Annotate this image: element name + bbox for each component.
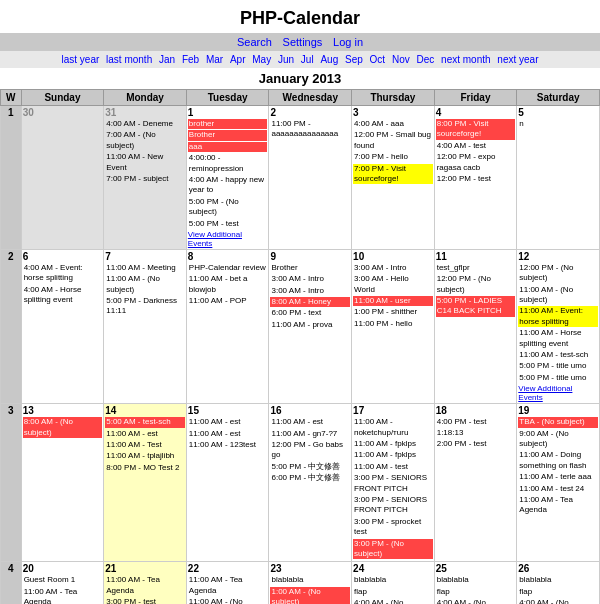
- event[interactable]: 11:00 AM - test: [353, 462, 433, 472]
- jul-link[interactable]: Jul: [301, 54, 314, 65]
- event[interactable]: 5:00 PM - Darkness 11:11: [105, 296, 185, 317]
- event[interactable]: 11:00 AM - Test: [105, 440, 185, 450]
- event[interactable]: 11:00 AM - bet a blowjob: [188, 274, 268, 295]
- event[interactable]: 5:00 PM - LADIES C14 BACK PITCH: [436, 296, 516, 317]
- event[interactable]: 3:00 PM - test: [105, 597, 185, 604]
- event[interactable]: 4:00 AM - (No subject): [436, 598, 516, 604]
- dec-link[interactable]: Dec: [417, 54, 435, 65]
- event[interactable]: 11:00 AM - Doing something on flash: [518, 450, 598, 471]
- event[interactable]: 12:00 PM - Go babs go: [270, 440, 350, 461]
- event[interactable]: 8:00 PM - MO Test 2: [105, 463, 185, 473]
- event[interactable]: 3:00 PM - (No subject): [353, 539, 433, 560]
- event[interactable]: Brother: [188, 130, 268, 140]
- event[interactable]: 11:00 AM - est: [188, 429, 268, 439]
- nov-link[interactable]: Nov: [392, 54, 410, 65]
- event[interactable]: 5:00 PM - test: [188, 219, 268, 229]
- event[interactable]: 1:00 PM - shitther: [353, 307, 433, 317]
- event[interactable]: 3:00 AM - Hello World: [353, 274, 433, 295]
- event[interactable]: 5:00 PM - 中文修善: [270, 462, 350, 472]
- event[interactable]: 8:00 AM - (No subject): [23, 417, 103, 438]
- event[interactable]: blablabla: [436, 575, 516, 585]
- event[interactable]: blablabla: [518, 575, 598, 585]
- event[interactable]: 11:00 AM - tplajlibh: [105, 451, 185, 461]
- event[interactable]: 11:00 AM - (No subject): [518, 285, 598, 306]
- event[interactable]: 11:00 AM - gn7-?7: [270, 429, 350, 439]
- event[interactable]: n: [518, 119, 598, 129]
- event[interactable]: 5:00 PM - title umo: [518, 373, 598, 383]
- feb-link[interactable]: Feb: [182, 54, 199, 65]
- event[interactable]: 8:00 AM - Honey: [270, 297, 350, 307]
- event[interactable]: 12:00 PM - Small bug found: [353, 130, 433, 151]
- event[interactable]: 3:00 PM - SENIORS FRONT PITCH: [353, 473, 433, 494]
- event[interactable]: 11:00 AM - New Event: [105, 152, 185, 173]
- event[interactable]: 3:00 PM - SENIORS FRONT PITCH: [353, 495, 433, 516]
- event[interactable]: 5:00 AM - test-sch: [105, 417, 185, 427]
- event[interactable]: Brother: [270, 263, 350, 273]
- jun-link[interactable]: Jun: [278, 54, 294, 65]
- search-link[interactable]: Search: [237, 36, 272, 48]
- event[interactable]: 12:00 PM - (No subject): [436, 274, 516, 295]
- event[interactable]: 11:00 AM - fpklps: [353, 450, 433, 460]
- event[interactable]: 11:00 AM - terle aaa: [518, 472, 598, 482]
- event[interactable]: flap: [436, 587, 516, 597]
- event[interactable]: 5:00 PM - (No subject): [188, 197, 268, 218]
- event[interactable]: 3:00 AM - Intro: [270, 286, 350, 296]
- apr-link[interactable]: Apr: [230, 54, 246, 65]
- event[interactable]: 1:00 AM - (No subject): [270, 587, 350, 604]
- jan-link[interactable]: Jan: [159, 54, 175, 65]
- event[interactable]: 11:00 AM - est: [105, 429, 185, 439]
- event[interactable]: 12:00 PM - test: [436, 174, 516, 184]
- event[interactable]: 2:00 PM - test: [436, 439, 516, 449]
- event[interactable]: 11:00 AM - Meeting: [105, 263, 185, 273]
- event[interactable]: 4:00 AM - (No subject): [353, 598, 433, 604]
- oct-link[interactable]: Oct: [370, 54, 386, 65]
- next-year-link-top[interactable]: next year: [497, 54, 538, 65]
- event[interactable]: Guest Room 1: [23, 575, 103, 585]
- event[interactable]: 7:00 PM - hello: [353, 152, 433, 162]
- event[interactable]: 11:00 AM - поketchup/тuru: [353, 417, 433, 438]
- event[interactable]: 6:00 PM - text: [270, 308, 350, 318]
- event[interactable]: 11:00 AM - Tea Agenda: [188, 575, 268, 596]
- view-more[interactable]: View Additional Events: [518, 384, 598, 402]
- event[interactable]: 4:00 AM - (No subject): [518, 598, 598, 604]
- event[interactable]: blablabla: [353, 575, 433, 585]
- event[interactable]: 11:00 AM - (No subject): [105, 274, 185, 295]
- view-more[interactable]: View Additional Events: [188, 230, 268, 248]
- event[interactable]: aaa: [188, 142, 268, 152]
- event[interactable]: 6:00 PM - 中文修善: [270, 473, 350, 483]
- event[interactable]: 12:00 PM - expo ragasa cacb: [436, 152, 516, 173]
- event[interactable]: test_gflpr: [436, 263, 516, 273]
- event[interactable]: 11:00 AM - user: [353, 296, 433, 306]
- event[interactable]: 4:00 AM - test: [436, 141, 516, 151]
- event[interactable]: PHP-Calendar review: [188, 263, 268, 273]
- event[interactable]: 11:00 AM - POP: [188, 296, 268, 306]
- login-link[interactable]: Log in: [333, 36, 363, 48]
- event[interactable]: 4:00:00 - reminopression: [188, 153, 268, 174]
- event[interactable]: 11:00 PM - hello: [353, 319, 433, 329]
- event[interactable]: 3:00 PM - sprocket test: [353, 517, 433, 538]
- event[interactable]: 11:00 AM - Event: horse splitting: [518, 306, 598, 327]
- event[interactable]: 11:00 AM - est: [270, 417, 350, 427]
- last-year-link-top[interactable]: last year: [61, 54, 99, 65]
- event[interactable]: 8:00 PM - Visit sourceforge!: [436, 119, 516, 140]
- settings-link[interactable]: Settings: [283, 36, 323, 48]
- event[interactable]: 11:00 AM - fpklps: [353, 439, 433, 449]
- event[interactable]: 4:00 AM - Event: horse splitting: [23, 263, 103, 284]
- event[interactable]: 11:00 PM - aaaaaaaaaaaaaaa: [270, 119, 350, 140]
- event[interactable]: 7:00 PM - Visit sourceforge!: [353, 164, 433, 185]
- sep-link[interactable]: Sep: [345, 54, 363, 65]
- last-month-link-top[interactable]: last month: [106, 54, 152, 65]
- event[interactable]: 3:00 AM - Intro: [270, 274, 350, 284]
- event[interactable]: 11:00 AM - test 24: [518, 484, 598, 494]
- event[interactable]: 7:00 PM - subject: [105, 174, 185, 184]
- event[interactable]: flap: [353, 587, 433, 597]
- event[interactable]: 4:00 AM - Horse splitting event: [23, 285, 103, 306]
- event[interactable]: blablabla: [270, 575, 350, 585]
- event[interactable]: 4:00 AM - happy new year to: [188, 175, 268, 196]
- event[interactable]: 11:00 AM - Horse splitting event: [518, 328, 598, 349]
- event[interactable]: 12:00 PM - (No subject): [518, 263, 598, 284]
- event[interactable]: brother: [188, 119, 268, 129]
- event[interactable]: 7:00 AM - (No subject): [105, 130, 185, 151]
- event[interactable]: 11:00 AM - prova: [270, 320, 350, 330]
- aug-link[interactable]: Aug: [320, 54, 338, 65]
